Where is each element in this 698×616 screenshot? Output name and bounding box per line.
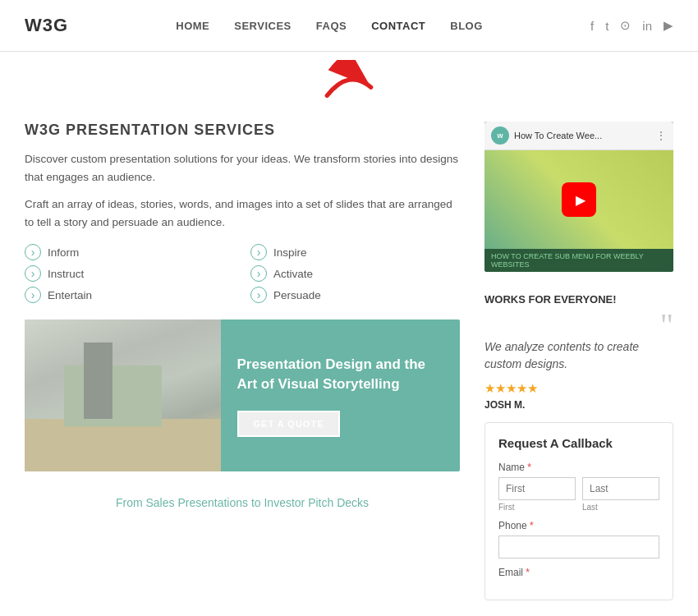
main-nav: HOME SERVICES FAQS CONTACT BLOG xyxy=(176,20,483,32)
feature-entertain-label: Entertain xyxy=(48,289,92,301)
video-box: w How To Create Wee... ⋮ HOW TO CREATE S… xyxy=(484,122,673,272)
main-content: W3G PRESENTATION SERVICES Discover custo… xyxy=(0,113,698,616)
feature-activate-label: Activate xyxy=(273,268,313,280)
right-sidebar: w How To Create Wee... ⋮ HOW TO CREATE S… xyxy=(484,122,673,600)
instagram-icon[interactable]: ⊙ xyxy=(620,18,631,33)
name-field-group: Name * First Last xyxy=(498,462,659,512)
testimonial-section: WORKS FOR EVERYONE! " We analyze content… xyxy=(484,285,673,422)
video-title: How To Create Wee... xyxy=(514,131,602,140)
chevron-instruct-icon xyxy=(25,265,41,282)
first-name-input[interactable] xyxy=(498,477,576,500)
video-bottom-text: HOW TO CREATE SUB MENU FOR WEEBLY WEBSIT… xyxy=(491,252,667,269)
feature-inspire-label: Inspire xyxy=(273,246,307,259)
testimonial-author: JOSH M. xyxy=(484,399,673,411)
twitter-icon[interactable]: t xyxy=(605,19,608,33)
feature-persuade-label: Persuade xyxy=(273,289,321,301)
last-name-input[interactable] xyxy=(582,477,659,500)
youtube-icon[interactable]: ▶ xyxy=(664,18,673,33)
feature-instruct: Instruct xyxy=(25,265,234,282)
features-grid: Inform Inspire Instruct Activate Enterta… xyxy=(25,244,460,303)
section-title: W3G PRESENTATION SERVICES xyxy=(25,122,460,139)
play-button-icon[interactable] xyxy=(562,182,596,217)
phone-field-group: Phone * xyxy=(498,520,659,559)
chevron-entertain-icon xyxy=(25,287,41,303)
bottom-tagline: From Sales Presentations to Investor Pit… xyxy=(25,488,460,517)
left-column: W3G PRESENTATION SERVICES Discover custo… xyxy=(25,122,484,600)
feature-activate: Activate xyxy=(250,265,460,282)
name-fields-row: First Last xyxy=(498,477,659,512)
linkedin-icon[interactable]: in xyxy=(642,19,652,33)
video-bottom-bar: HOW TO CREATE SUB MENU FOR WEEBLY WEBSIT… xyxy=(484,249,673,272)
feature-inspire: Inspire xyxy=(250,244,460,260)
phone-label: Phone * xyxy=(498,520,659,531)
nav-home[interactable]: HOME xyxy=(176,20,209,32)
get-quote-button[interactable]: GET A QUOTE xyxy=(237,411,341,437)
nav-blog[interactable]: BLOG xyxy=(450,20,483,32)
video-menu-icon[interactable]: ⋮ xyxy=(655,129,667,142)
name-label: Name * xyxy=(498,462,659,473)
testimonial-quote: We analyze contents to create custom des… xyxy=(484,338,673,373)
star-rating: ★★★★★ xyxy=(484,381,673,396)
callback-form: Request A Callback Name * First Last xyxy=(484,422,673,600)
email-label: Email * xyxy=(498,567,659,578)
feature-persuade: Persuade xyxy=(250,287,460,303)
chevron-activate-icon xyxy=(250,265,267,282)
callback-title: Request A Callback xyxy=(498,436,659,450)
video-thumbnail[interactable] xyxy=(484,150,673,249)
promo-banner: Presentation Design and the Art of Visua… xyxy=(25,319,460,471)
nav-contact[interactable]: CONTACT xyxy=(371,20,425,32)
social-links: f t ⊙ in ▶ xyxy=(590,18,673,33)
first-name-wrap: First xyxy=(498,477,576,512)
video-header: w How To Create Wee... ⋮ xyxy=(484,122,673,150)
chevron-inspire-icon xyxy=(250,244,267,260)
phone-input[interactable] xyxy=(498,536,659,559)
banner-heading: Presentation Design and the Art of Visua… xyxy=(237,355,444,394)
nav-services[interactable]: SERVICES xyxy=(234,20,292,32)
arrow-pointer xyxy=(0,52,698,113)
phone-required: * xyxy=(530,520,534,531)
email-field-group: Email * xyxy=(498,567,659,578)
first-sublabel: First xyxy=(498,503,576,512)
arrow-icon xyxy=(316,60,382,109)
feature-entertain: Entertain xyxy=(25,287,234,303)
banner-text-area: Presentation Design and the Art of Visua… xyxy=(221,319,461,471)
banner-photo xyxy=(25,319,221,471)
name-required: * xyxy=(527,462,531,473)
feature-inform-label: Inform xyxy=(48,246,79,259)
chevron-persuade-icon xyxy=(250,287,267,303)
last-name-wrap: Last xyxy=(582,477,659,512)
email-required: * xyxy=(526,567,530,578)
facebook-icon[interactable]: f xyxy=(590,19,594,33)
banner-image xyxy=(25,319,221,471)
nav-faqs[interactable]: FAQS xyxy=(316,20,347,32)
description-2: Craft an array of ideas, stories, words,… xyxy=(25,195,460,231)
feature-inform: Inform xyxy=(25,244,234,260)
chevron-inform-icon xyxy=(25,244,41,260)
video-channel-avatar: w xyxy=(491,126,509,145)
site-header: W3G HOME SERVICES FAQS CONTACT BLOG f t … xyxy=(0,0,698,52)
video-header-left: w How To Create Wee... xyxy=(491,126,602,145)
description-1: Discover custom presentation solutions f… xyxy=(25,150,460,186)
quote-mark-icon: " xyxy=(660,312,673,338)
site-logo: W3G xyxy=(25,15,68,36)
testimonial-section-title: WORKS FOR EVERYONE! xyxy=(484,293,673,306)
feature-instruct-label: Instruct xyxy=(48,268,84,280)
last-sublabel: Last xyxy=(582,503,659,512)
